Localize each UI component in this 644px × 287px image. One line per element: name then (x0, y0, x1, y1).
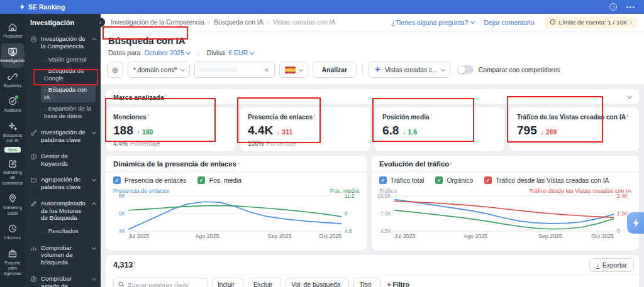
compare-toggle[interactable] (457, 65, 474, 74)
add-domain-button[interactable]: ⊕ (107, 62, 123, 78)
target-icon (30, 36, 37, 50)
legend-item[interactable]: Tráfico desde las Vistas creadas con IA (484, 176, 609, 184)
rail-item-proyectos[interactable]: Proyectos (1, 19, 24, 43)
views-select[interactable]: Vistas creadas c... (369, 62, 450, 78)
breadcrumb-bar: ‹ Investigación de la Competencia › Búsq… (101, 14, 644, 31)
period-select[interactable]: Octubre 2025 (144, 49, 190, 57)
account-limit-badge[interactable]: Límite de cuenta: 1 / 10Ki (545, 17, 637, 28)
chevron-down-icon (92, 130, 96, 134)
chart-plot (394, 195, 614, 232)
metric-value: 795 (517, 124, 537, 138)
chevron-up-icon (92, 38, 96, 42)
metric-value: 188 (113, 124, 133, 138)
sidebar-item-gestor-keywords[interactable]: Gestor de Keywords (30, 151, 96, 169)
rail-item-investigacion[interactable]: Investigación (1, 43, 24, 67)
rail-item-informes[interactable]: Informes (1, 220, 24, 244)
audit-check-icon (8, 96, 18, 106)
rail-item-marketing-local[interactable]: Marketing Local (1, 190, 24, 220)
sidebar-item-investigacion-competencia[interactable]: Investigación de la Competencia (30, 34, 96, 51)
x-axis-labels: Jul 2025Ago 2025Sep 2025Oct 2025 (128, 232, 341, 241)
breadcrumb: Investigación de la Competencia › Búsque… (111, 19, 335, 26)
question-link[interactable]: ¿Tienes alguna pregunta? (391, 19, 474, 26)
links-presence-chart: Dinámica de la presencia de enlaces Pres… (106, 156, 367, 251)
key-icon (30, 129, 37, 144)
new-badge: New (4, 147, 21, 153)
include-filter[interactable]: Incluir (212, 278, 243, 287)
metric-card-trafico-vistas-ia: Tráfico de las Vistas creadas con IA 795… (509, 107, 639, 151)
download-icon: ↓ (596, 262, 599, 269)
sidebar-item-busqueda-google[interactable]: Búsqueda de Google (41, 65, 96, 84)
country-select[interactable] (279, 62, 308, 78)
exclude-filter[interactable]: Excluir (248, 278, 281, 287)
chevron-down-icon (92, 246, 96, 250)
legend-item[interactable]: Presencia de enlaces (113, 176, 186, 184)
chevron-down-icon (627, 93, 632, 98)
metric-value: 6.8 (382, 124, 399, 138)
legend-checkbox[interactable] (435, 176, 443, 184)
logo-text: SE Ranking (28, 3, 65, 11)
keyword-search[interactable] (113, 278, 208, 287)
clear-icon[interactable]: ✕ (264, 67, 269, 73)
legend-item[interactable]: Tráfico total (379, 176, 424, 184)
type-filter[interactable]: Tipo (353, 278, 380, 287)
sidebar-item-comprobar-volumen[interactable]: Comprobar volumen de búsqueda (30, 243, 96, 268)
more-menu-icon[interactable]: ••• (626, 4, 635, 10)
help-icon[interactable]: ? (609, 3, 617, 11)
traffic-evolution-chart: Evolución del tráfico Tráfico totalOrgán… (372, 156, 639, 251)
chevron-down-icon (470, 19, 475, 24)
metric-value: 4.4K (248, 124, 273, 138)
domain-select[interactable]: *.domain.com/* (128, 62, 190, 78)
sidebar-item-busqueda-con-ia[interactable]: Búsqueda con IA (41, 84, 96, 102)
page-title: Búsqueda con IA (106, 34, 636, 47)
analyze-button[interactable]: Analizar (313, 62, 357, 78)
chevron-down-icon (186, 50, 191, 54)
data-for-label: Datos para (108, 49, 140, 57)
legend-checkbox[interactable] (113, 176, 121, 184)
map-pin-icon (8, 193, 18, 203)
currency-select[interactable]: € EUR (228, 49, 253, 57)
sidebar-item-autocompletado[interactable]: Autocompletado de los Motores de Búsqued… (30, 198, 96, 223)
sidebar-item-agrupacion-palabras-clave[interactable]: Agrupación de palabras clave (30, 175, 96, 192)
sidebar-item-expansion-base-datos[interactable]: Expansión de la base de datos (41, 103, 96, 121)
legend-checkbox[interactable] (197, 176, 205, 184)
left-axis-ticks: 10.5K7.5K4.5K (378, 195, 394, 232)
bar-chart-icon (30, 245, 37, 266)
legend-item[interactable]: Pos. media (197, 176, 242, 184)
sidebar-item-comprobar-indexacion[interactable]: Comprobar estado de indexación de la pág… (30, 274, 96, 287)
rail-item-auditoria[interactable]: Auditoría (1, 93, 24, 117)
sidebar-item-vision-general[interactable]: Visión general (41, 54, 96, 65)
comment-link[interactable]: Dejar comentario (484, 19, 535, 26)
rail-item-paquete-agencias[interactable]: Paquete para Agencias (1, 246, 24, 280)
breadcrumb-item[interactable]: Investigación de la Competencia (111, 19, 204, 26)
legend-checkbox[interactable] (379, 176, 387, 184)
chevron-up-icon (92, 202, 96, 207)
volume-filter[interactable]: Vol. de búsqueda (286, 278, 349, 287)
sidebar-collapse-button[interactable]: ‹ (96, 18, 105, 27)
chart-legend: Tráfico totalOrgánicoTráfico desde las V… (372, 172, 639, 187)
export-button[interactable]: ↓Exportar (589, 258, 634, 272)
rail-item-busqueda-con-ia[interactable]: Búsqueda con IA (1, 118, 24, 148)
add-filter-button[interactable]: + Filtro (387, 281, 409, 287)
sidebar-item-investigacion-palabras-clave[interactable]: Investigación de palabras clave (30, 127, 96, 145)
chevron-down-icon (250, 50, 254, 54)
metric-card-posicion-media: Posición media 6.8 ↓ 1.6 (375, 107, 504, 151)
rail-item-backlinks[interactable]: Backlinks (1, 68, 24, 92)
keyword-input[interactable]: ✕ (194, 62, 275, 78)
research-icon (8, 46, 18, 57)
chevron-down-icon (299, 67, 303, 71)
legend-item[interactable]: Orgánico (435, 176, 473, 184)
gauge-icon (550, 19, 556, 26)
breadcrumb-item[interactable]: Búsqueda con IA (214, 19, 263, 26)
reports-clock-icon (8, 224, 18, 234)
legend-checkbox[interactable] (484, 176, 492, 184)
home-icon (8, 22, 18, 32)
link-icon (8, 72, 18, 82)
sidebar-item-resultados[interactable]: Resultados (41, 225, 96, 237)
right-axis-label: Tráfico desde las Vistas creadas con IA (529, 188, 631, 194)
search-input[interactable] (128, 281, 197, 287)
rail-item-marketing-contenidos[interactable]: Marketing de contenidos (1, 155, 24, 190)
analyzed-brand-panel[interactable]: Marca analizada (106, 89, 639, 104)
support-widget-button[interactable] (627, 212, 644, 234)
pencil-icon (30, 200, 37, 222)
se-ranking-logo[interactable]: SE Ranking (19, 3, 65, 11)
